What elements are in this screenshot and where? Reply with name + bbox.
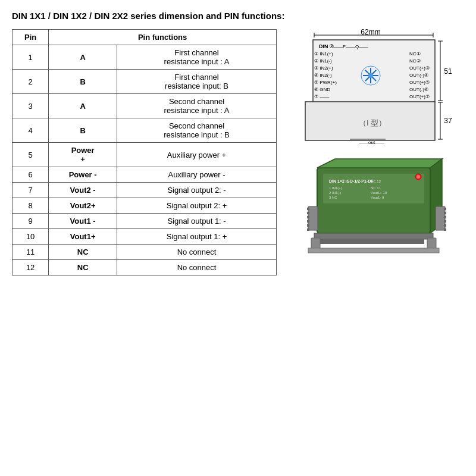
table-row: 1AFirst channelresistance input : A [12, 45, 277, 70]
svg-text:Vout1- 9: Vout1- 9 [371, 196, 384, 199]
cell-function: Vout2+ [49, 198, 117, 214]
pin-table-container: Pin Pin functions 1AFirst channelresista… [12, 29, 277, 275]
col-header-pin: Pin [12, 30, 49, 45]
svg-rect-69 [308, 248, 439, 253]
cell-description: Auxiliary power + [117, 143, 277, 167]
cell-function: B [49, 118, 117, 143]
cell-pin: 5 [12, 143, 49, 167]
table-row: 10Vout1+Signal output 1: + [12, 229, 277, 245]
svg-text:62mm: 62mm [361, 29, 380, 36]
svg-rect-59 [444, 208, 446, 210]
cell-function: Vout2 - [49, 183, 117, 198]
svg-text:Vout1+ 10: Vout1+ 10 [371, 191, 387, 195]
table-row: 8Vout2+Signal output 2: + [12, 198, 277, 214]
svg-text:37: 37 [444, 117, 452, 125]
svg-text:OUT(+)⑦: OUT(+)⑦ [409, 94, 430, 99]
cell-function: Vout1+ [49, 229, 117, 245]
svg-text:④ IN2(-): ④ IN2(-) [314, 73, 332, 78]
cell-pin: 2 [12, 70, 49, 94]
cell-description: Signal output 2: + [117, 198, 277, 214]
cell-function: NC [49, 245, 117, 260]
svg-text:② IN1(-): ② IN1(-) [314, 58, 332, 64]
svg-rect-58 [436, 206, 445, 230]
svg-rect-53 [307, 212, 309, 214]
table-row: 12NCNo connect [12, 260, 277, 275]
pin-table: Pin Pin functions 1AFirst channelresista… [12, 29, 277, 275]
cell-function: A [49, 94, 117, 118]
svg-text:OUT(-)⑥: OUT(-)⑥ [409, 87, 428, 92]
cell-description: Auxiliary power - [117, 167, 277, 183]
svg-rect-62 [444, 220, 446, 223]
table-row: 2BFirst channelresistance input: B [12, 70, 277, 94]
svg-text:NC 12: NC 12 [371, 180, 381, 183]
cell-pin: 3 [12, 94, 49, 118]
cell-function: NC [49, 260, 117, 275]
svg-rect-52 [307, 208, 309, 210]
svg-point-34 [368, 73, 373, 78]
svg-rect-64 [444, 228, 446, 231]
cell-description: No connect [117, 260, 277, 275]
cell-description: Signal output 2: - [117, 183, 277, 198]
svg-text:③ IN2(+): ③ IN2(+) [314, 65, 333, 71]
svg-text:DIN ®: DIN ® [319, 43, 334, 49]
table-row: 5Power+Auxiliary power + [12, 143, 277, 167]
cell-pin: 1 [12, 45, 49, 70]
cell-description: First channelresistance input: B [117, 70, 277, 94]
table-row: 3ASecond channelresistance input : A [12, 94, 277, 118]
svg-rect-61 [444, 216, 446, 218]
svg-point-50 [416, 175, 420, 178]
svg-text:——out——: ——out—— [359, 140, 384, 145]
svg-text:⑦ ——: ⑦ —— [314, 94, 329, 99]
cell-description: Signal output 1: - [117, 214, 277, 229]
cell-function: B [49, 70, 117, 94]
cell-pin: 4 [12, 118, 49, 143]
svg-text:NC①: NC① [409, 51, 421, 57]
svg-rect-51 [308, 206, 318, 230]
svg-text:⑥ GND: ⑥ GND [314, 87, 330, 92]
svg-text:3 NC: 3 NC [329, 196, 337, 199]
svg-text:51: 51 [444, 67, 452, 76]
svg-text:（I 型）: （I 型） [359, 118, 386, 127]
svg-rect-56 [307, 224, 309, 227]
svg-text:NC②: NC② [409, 58, 421, 64]
table-row: 7Vout2 -Signal output 2: - [12, 183, 277, 198]
cell-pin: 10 [12, 229, 49, 245]
svg-text:1 IN1(+): 1 IN1(+) [329, 186, 342, 190]
svg-text:⑤ PWR(+): ⑤ PWR(+) [314, 80, 337, 85]
svg-rect-60 [444, 212, 446, 214]
svg-text:OUT(-)④: OUT(-)④ [409, 73, 428, 78]
svg-text:NC 11: NC 11 [371, 186, 381, 190]
svg-text:① IN1(+): ① IN1(+) [314, 51, 333, 57]
device-photo: DIN 1×2 ISO-1/2-P1-DF 1 IN1(+) 2 IN1(-) … [305, 156, 448, 266]
svg-rect-68 [320, 239, 424, 244]
svg-rect-55 [307, 220, 309, 223]
cell-pin: 7 [12, 183, 49, 198]
svg-rect-63 [444, 224, 446, 227]
cell-function: A [49, 45, 117, 70]
cell-pin: 11 [12, 245, 49, 260]
table-row: 11NCNo connect [12, 245, 277, 260]
table-row: 9Vout1 -Signal output 1: - [12, 214, 277, 229]
svg-rect-54 [307, 216, 309, 218]
cell-description: No connect [117, 245, 277, 260]
cell-description: Second channelresistance input : B [117, 118, 277, 143]
cell-function: Power+ [49, 143, 117, 167]
cell-description: First channelresistance input : A [117, 45, 277, 70]
cell-function: Vout1 - [49, 214, 117, 229]
cell-pin: 12 [12, 260, 49, 275]
cell-pin: 9 [12, 214, 49, 229]
svg-rect-57 [307, 228, 309, 231]
svg-text:OUT(+)③: OUT(+)③ [409, 65, 430, 71]
svg-text:DIN 1×2 ISO-1/2-P1-DF: DIN 1×2 ISO-1/2-P1-DF [329, 179, 374, 183]
cell-description: Second channelresistance input : A [117, 94, 277, 118]
cell-pin: 8 [12, 198, 49, 214]
svg-rect-65 [314, 233, 433, 239]
din-diagram: 62mm 51 37 DIN ® ——F——Q—— [296, 29, 457, 145]
page-title: DIN 1X1 / DIN 1X2 / DIN 2X2 series dimen… [12, 11, 464, 21]
col-header-functions: Pin functions [49, 30, 277, 45]
cell-pin: 6 [12, 167, 49, 183]
right-panel: 62mm 51 37 DIN ® ——F——Q—— [289, 29, 464, 266]
svg-text:——F——Q——: ——F——Q—— [333, 44, 368, 49]
cell-description: Signal output 1: + [117, 229, 277, 245]
cell-function: Power - [49, 167, 117, 183]
